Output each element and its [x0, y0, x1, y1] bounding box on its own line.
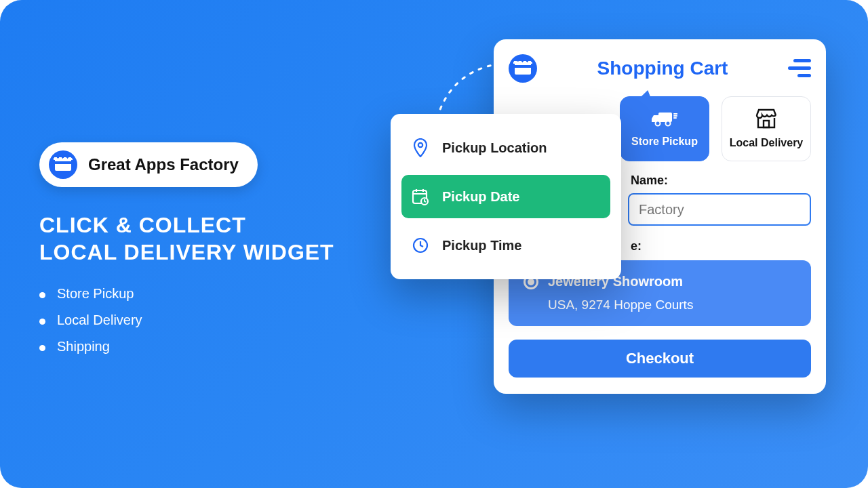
store-address: USA, 9274 Hoppe Courts	[524, 298, 796, 312]
method-label: Local Delivery	[730, 137, 804, 149]
cart-title: Shopping Cart	[545, 58, 780, 79]
feature-item: Shipping	[39, 333, 351, 360]
svg-rect-3	[764, 121, 769, 127]
left-column: Great Apps Factory CLICK & COLLECT LOCAL…	[39, 142, 351, 360]
checkout-button[interactable]: Checkout	[509, 340, 811, 378]
name-input[interactable]	[628, 193, 811, 226]
truck-icon	[652, 110, 677, 130]
svg-point-4	[418, 143, 422, 147]
headline-line-2: LOCAL DELIVERY WIDGET	[39, 239, 351, 266]
popover-item-date[interactable]: Pickup Date	[401, 175, 610, 218]
feature-item: Store Pickup	[39, 281, 351, 307]
clock-icon	[411, 236, 430, 255]
feature-list: Store Pickup Local Delivery Shipping	[39, 281, 351, 360]
method-store-pickup[interactable]: Store Pickup	[620, 96, 709, 161]
menu-icon[interactable]	[788, 59, 811, 78]
method-local-delivery[interactable]: Local Delivery	[722, 96, 811, 161]
brand-store-icon	[49, 150, 77, 179]
pickup-popover: Pickup Location Pickup Date Pickup Tim	[391, 114, 621, 279]
brand-pill: Great Apps Factory	[39, 142, 258, 187]
popover-item-location[interactable]: Pickup Location	[401, 126, 610, 169]
promo-canvas: Great Apps Factory CLICK & COLLECT LOCAL…	[0, 0, 868, 488]
storefront-icon	[755, 108, 778, 131]
svg-point-1	[656, 121, 660, 126]
popover-label: Pickup Location	[442, 140, 547, 156]
popover-label: Pickup Time	[442, 238, 521, 253]
location-pin-icon	[411, 138, 430, 157]
svg-point-2	[666, 121, 671, 126]
method-label: Store Pickup	[631, 136, 698, 148]
headline-line-1: CLICK & COLLECT	[39, 211, 351, 239]
calendar-icon	[411, 187, 430, 206]
headline: CLICK & COLLECT LOCAL DELIVERY WIDGET	[39, 211, 351, 266]
popover-label: Pickup Date	[442, 189, 519, 205]
feature-item: Local Delivery	[39, 307, 351, 333]
svg-rect-0	[658, 113, 672, 122]
cart-header: Shopping Cart	[509, 54, 811, 83]
brand-name: Great Apps Factory	[88, 155, 239, 174]
popover-item-time[interactable]: Pickup Time	[401, 224, 610, 267]
